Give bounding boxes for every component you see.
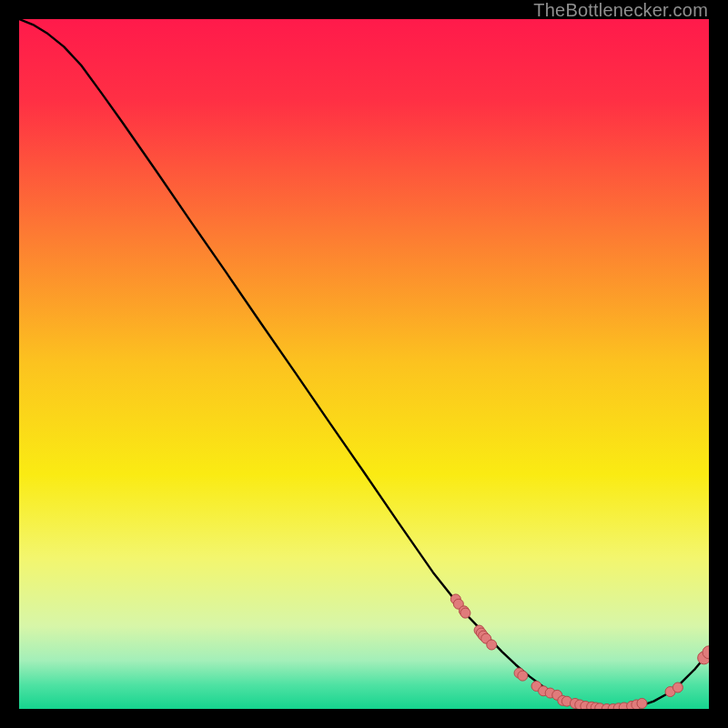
chart-stage: TheBottlenecker.com	[0, 0, 728, 728]
plot-area	[19, 19, 709, 709]
scatter-point	[518, 671, 528, 681]
scatter-point	[460, 608, 470, 618]
scatter-point	[672, 682, 682, 693]
chart-svg	[19, 19, 709, 709]
scatter-points	[450, 594, 709, 709]
scatter-point	[487, 640, 497, 650]
attribution-label: TheBottlenecker.com	[533, 0, 708, 21]
curve-line	[19, 19, 709, 709]
scatter-point	[637, 698, 647, 708]
